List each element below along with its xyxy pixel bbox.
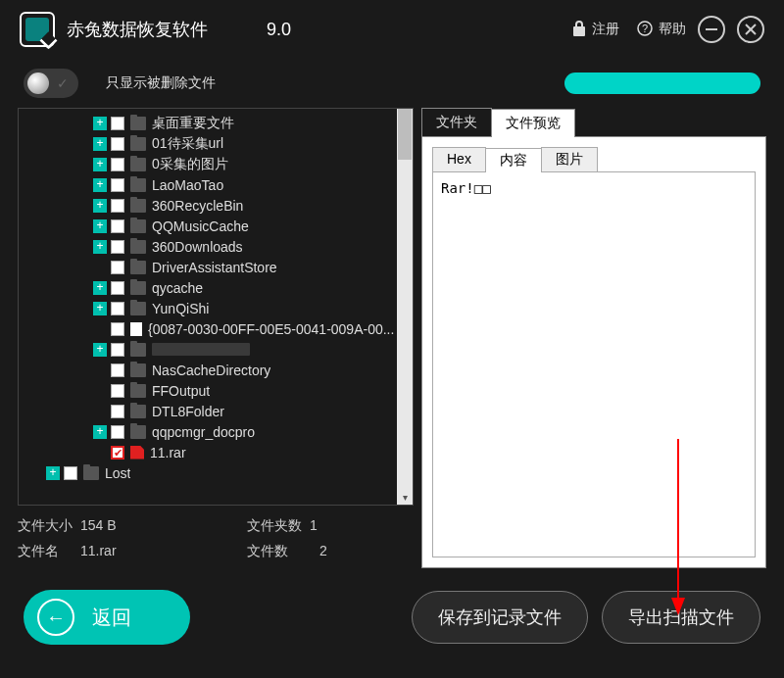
preview-content: Rar!□□ xyxy=(432,172,756,557)
tree-checkbox[interactable] xyxy=(111,158,124,171)
tree-node[interactable]: {0087-0030-00FF-00E5-0041-009A-00... xyxy=(23,318,413,339)
expand-icon[interactable]: + xyxy=(46,466,60,480)
tree-node[interactable]: +01待采集url xyxy=(23,133,413,154)
tree-label: YunQiShi xyxy=(152,301,209,316)
expand-icon xyxy=(93,363,107,377)
tree-node[interactable]: +0采集的图片 xyxy=(23,154,413,174)
tree-node[interactable]: NasCacheDirectory xyxy=(23,360,413,380)
expand-icon[interactable]: + xyxy=(93,219,107,233)
folder-icon xyxy=(130,137,146,151)
scan-progress-bar xyxy=(564,73,760,94)
folder-icon xyxy=(130,178,146,192)
folder-icon xyxy=(130,425,146,439)
help-button[interactable]: ? 帮助 xyxy=(637,21,686,39)
tree-checkbox[interactable] xyxy=(111,384,124,398)
scrollbar-thumb[interactable] xyxy=(398,109,412,160)
tree-node[interactable]: + xyxy=(23,339,413,360)
expand-icon[interactable]: + xyxy=(93,178,107,192)
tab-folder[interactable]: 文件夹 xyxy=(421,108,492,136)
expand-icon[interactable]: + xyxy=(93,199,107,213)
tree-checkbox[interactable] xyxy=(64,466,77,480)
expand-icon[interactable]: + xyxy=(93,281,107,295)
tree-node[interactable]: +360Downloads xyxy=(23,236,413,257)
lock-icon xyxy=(572,21,586,39)
tree-checkbox[interactable] xyxy=(111,343,124,357)
filesize-label: 文件大小 xyxy=(18,517,80,535)
tree-scrollbar[interactable]: ▾ xyxy=(397,109,413,505)
tree-node[interactable]: +qqpcmgr_docpro xyxy=(23,421,413,442)
expand-icon xyxy=(93,384,107,398)
folder-icon xyxy=(130,117,146,130)
save-log-label: 保存到记录文件 xyxy=(438,605,562,629)
tree-checkbox[interactable] xyxy=(111,322,124,336)
tree-checkbox[interactable] xyxy=(111,446,124,460)
back-label: 返回 xyxy=(92,605,131,631)
folder-count-label: 文件夹数 xyxy=(247,517,310,535)
tree-node[interactable]: +Lost xyxy=(23,462,413,483)
file-tree[interactable]: +桌面重要文件+01待采集url+0采集的图片+LaoMaoTao+360Rec… xyxy=(18,108,414,506)
tree-node[interactable]: DriverAssistantStore xyxy=(23,257,413,277)
tree-node[interactable]: +qycache xyxy=(23,277,413,298)
tree-node[interactable]: FFOutput xyxy=(23,380,413,401)
folder-icon xyxy=(130,261,146,274)
expand-icon xyxy=(93,261,107,274)
expand-icon[interactable]: + xyxy=(93,343,107,357)
expand-icon[interactable]: + xyxy=(93,240,107,254)
tree-label: 01待采集url xyxy=(152,135,223,153)
export-button[interactable]: 导出扫描文件 xyxy=(602,591,760,644)
tab-content[interactable]: 内容 xyxy=(485,148,542,172)
minimize-button[interactable] xyxy=(698,16,725,43)
tree-label: LaoMaoTao xyxy=(152,177,223,193)
tree-node[interactable]: DTL8Folder xyxy=(23,401,413,421)
deleted-only-toggle[interactable]: ✓ xyxy=(24,69,78,98)
tree-checkbox[interactable] xyxy=(111,178,124,192)
folder-icon xyxy=(130,302,146,315)
back-button[interactable]: ← 返回 xyxy=(24,590,190,645)
expand-icon[interactable]: + xyxy=(93,117,107,130)
tree-checkbox[interactable] xyxy=(111,405,124,418)
app-version: 9.0 xyxy=(267,20,291,40)
tree-node[interactable]: +QQMusicCache xyxy=(23,216,413,236)
register-button[interactable]: 注册 xyxy=(572,21,619,39)
tree-checkbox[interactable] xyxy=(111,117,124,130)
folder-icon xyxy=(130,199,146,213)
tree-checkbox[interactable] xyxy=(111,137,124,151)
tree-node[interactable]: +桌面重要文件 xyxy=(23,113,413,133)
filename-label: 文件名 xyxy=(18,543,80,560)
tree-node[interactable]: +LaoMaoTao xyxy=(23,174,413,195)
expand-icon xyxy=(93,446,107,460)
folder-icon xyxy=(130,158,146,171)
tree-checkbox[interactable] xyxy=(111,281,124,295)
expand-icon[interactable]: + xyxy=(93,158,107,171)
register-label: 注册 xyxy=(592,21,619,38)
tree-checkbox[interactable] xyxy=(111,219,124,233)
app-logo-icon xyxy=(20,12,55,47)
tree-checkbox[interactable] xyxy=(111,261,124,274)
tree-node[interactable]: +360RecycleBin xyxy=(23,195,413,216)
tree-node[interactable]: +YunQiShi xyxy=(23,298,413,318)
tree-label: DriverAssistantStore xyxy=(152,260,277,275)
tree-label: qycache xyxy=(152,280,203,296)
tree-checkbox[interactable] xyxy=(111,199,124,213)
tree-checkbox[interactable] xyxy=(111,425,124,439)
expand-icon[interactable]: + xyxy=(93,302,107,315)
expand-icon[interactable]: + xyxy=(93,425,107,439)
tree-node[interactable]: 11.rar xyxy=(23,442,413,462)
tab-preview[interactable]: 文件预览 xyxy=(491,109,575,137)
expand-icon[interactable]: + xyxy=(93,137,107,151)
tree-label: NasCacheDirectory xyxy=(152,363,270,378)
tab-hex[interactable]: Hex xyxy=(432,147,486,171)
tab-image[interactable]: 图片 xyxy=(541,147,598,171)
file-count-value: 2 xyxy=(319,543,327,560)
expand-icon xyxy=(93,405,107,418)
tree-checkbox[interactable] xyxy=(111,363,124,377)
filesize-value: 154 B xyxy=(80,517,247,535)
tree-checkbox[interactable] xyxy=(111,240,124,254)
tree-label: 360RecycleBin xyxy=(152,198,243,214)
scroll-down-icon[interactable]: ▾ xyxy=(397,489,413,505)
tree-checkbox[interactable] xyxy=(111,302,124,315)
save-log-button[interactable]: 保存到记录文件 xyxy=(412,591,588,644)
close-button[interactable] xyxy=(737,16,764,43)
tree-label: qqpcmgr_docpro xyxy=(152,424,255,440)
app-title: 赤兔数据恢复软件 xyxy=(67,18,208,41)
